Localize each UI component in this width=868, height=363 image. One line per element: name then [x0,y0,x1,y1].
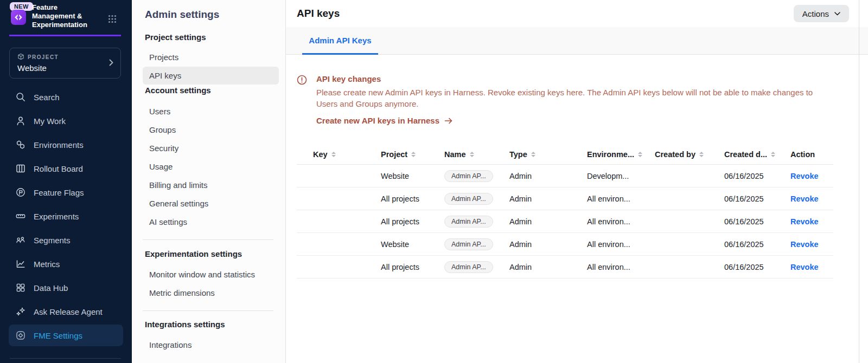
sidebar-item-metrics[interactable]: Metrics [9,253,123,275]
revoke-link[interactable]: Revoke [790,195,819,203]
key-name-pill: Admin AP... [444,216,493,228]
settings-item-usage[interactable]: Usage [143,158,279,176]
tab-admin-api-keys[interactable]: Admin API Keys [302,27,378,55]
notice-body: Please create new Admin API keys in Harn… [316,87,815,109]
sort-icon[interactable] [531,152,535,157]
sidebar-item-feature-flags[interactable]: Feature Flags [9,182,123,203]
cell-created-date: 06/16/2025 [724,263,790,271]
sidebar-item-label: Environments [34,140,84,150]
sidebar-item-environments[interactable]: Environments [9,134,123,155]
settings-item-projects[interactable]: Projects [143,48,279,66]
app-window: NEW Feature Management & Experimentation [0,0,868,363]
sidebar-header: NEW Feature Management & Experimentation [0,0,132,35]
sidebar: NEW Feature Management & Experimentation [0,0,132,363]
apps-grid-icon[interactable] [108,15,117,25]
sidebar-item-search[interactable]: Search [9,86,123,108]
sidebar-item-label: FME Settings [34,331,82,340]
table-body: Website Admin AP... Admin Developm... 06… [297,165,833,278]
create-api-keys-link[interactable]: Create new API keys in Harness [316,116,815,125]
people-icon [15,235,26,245]
cell-project: All projects [381,217,444,226]
cell-project: Website [381,172,444,180]
revoke-link[interactable]: Revoke [790,172,819,180]
sidebar-item-fme-settings[interactable]: FME Settings [9,325,123,346]
project-selector[interactable]: PROJECT Website [9,48,121,79]
line-chart-icon [15,258,26,269]
cell-project: Website [381,240,444,249]
actions-button[interactable]: Actions [794,5,849,22]
chevron-right-icon [109,59,113,68]
revoke-link[interactable]: Revoke [790,263,819,271]
settings-item-monitor-window[interactable]: Monitor window and statistics [143,265,279,283]
settings-item-security[interactable]: Security [143,139,279,157]
user-icon [15,115,26,126]
settings-item-users[interactable]: Users [143,102,279,120]
sidebar-item-segments[interactable]: Segments [9,229,123,251]
sidebar-item-my-work[interactable]: My Work [9,110,123,132]
column-header-environments: Environme... [587,150,655,159]
cell-created-date: 06/16/2025 [724,172,790,180]
sort-icon[interactable] [699,152,704,157]
fme-settings-icon [15,330,26,341]
flag-circle-icon [15,187,26,198]
sort-icon[interactable] [638,152,642,157]
column-header-type: Type [509,150,587,159]
table-row: All projects Admin AP... Admin All envir… [297,256,833,278]
table-row: All projects Admin AP... Admin All envir… [297,210,833,233]
section-heading-account-settings: Account settings [145,86,279,95]
cell-created-date: 06/16/2025 [724,240,790,249]
notice-text: API key changes Please create new Admin … [316,74,815,125]
api-keys-table: Key Project Name Type Environme... Creat… [297,144,833,278]
sidebar-item-label: My Work [34,116,66,126]
table-row: All projects Admin AP... Admin All envir… [297,187,833,210]
sidebar-item-rollout-board[interactable]: Rollout Board [9,158,123,179]
cell-type: Admin [509,217,587,226]
sidebar-item-data-hub[interactable]: Data Hub [9,277,123,299]
cell-type: Admin [509,172,587,180]
settings-item-billing-and-limits[interactable]: Billing and limits [143,176,279,194]
cell-created-date: 06/16/2025 [724,195,790,203]
fme-logo-icon [11,10,26,25]
sidebar-nav: Search My Work Environments Rollout Boar… [0,86,132,346]
key-name-pill: Admin AP... [444,170,493,182]
settings-item-metric-dimensions[interactable]: Metric dimensions [143,284,279,302]
revoke-link[interactable]: Revoke [790,217,819,226]
brand-divider [9,35,121,36]
key-name-pill: Admin AP... [444,193,493,205]
sort-icon[interactable] [771,152,775,157]
sort-icon[interactable] [331,152,336,157]
settings-item-ai-settings[interactable]: AI settings [143,213,279,231]
sidebar-item-label: Metrics [34,260,60,269]
main-content: API keys Actions Admin API Keys API key … [286,0,868,363]
brand-title: Feature Management & Experimentation [32,3,97,29]
cell-environments: All environ... [587,195,655,203]
sidebar-item-label: Data Hub [34,283,68,293]
key-name-pill: Admin AP... [444,238,493,250]
board-columns-icon [15,163,26,174]
table-header-row: Key Project Name Type Environme... Creat… [297,144,833,165]
settings-item-integrations[interactable]: Integrations [143,336,279,354]
revoke-link[interactable]: Revoke [790,240,819,249]
cube-icon [17,53,24,61]
cell-environments: All environ... [587,217,655,226]
cell-created-date: 06/16/2025 [724,217,790,226]
section-heading-experimentation-settings: Experimentation settings [145,249,279,258]
grid-squares-icon [15,282,26,293]
cell-environments: All environ... [587,240,655,249]
column-header-created-date: Created d... [724,150,790,159]
settings-item-groups[interactable]: Groups [143,121,279,139]
page-title: API keys [297,8,340,20]
sidebar-item-ask-release-agent[interactable]: Ask Release Agent [9,301,123,322]
sidebar-item-label: Feature Flags [34,188,84,197]
settings-item-general-settings[interactable]: General settings [143,195,279,212]
hexagons-icon [15,139,26,150]
scrollbar-track[interactable] [859,0,859,363]
sort-icon[interactable] [470,152,474,157]
notice-title: API key changes [316,74,815,83]
sidebar-item-experiments[interactable]: Experiments [9,205,123,227]
section-heading-project-settings: Project settings [145,33,279,42]
sort-icon[interactable] [411,152,416,157]
panel-divider [143,310,273,311]
settings-item-api-keys[interactable]: API keys [143,67,279,85]
cell-type: Admin [509,240,587,249]
